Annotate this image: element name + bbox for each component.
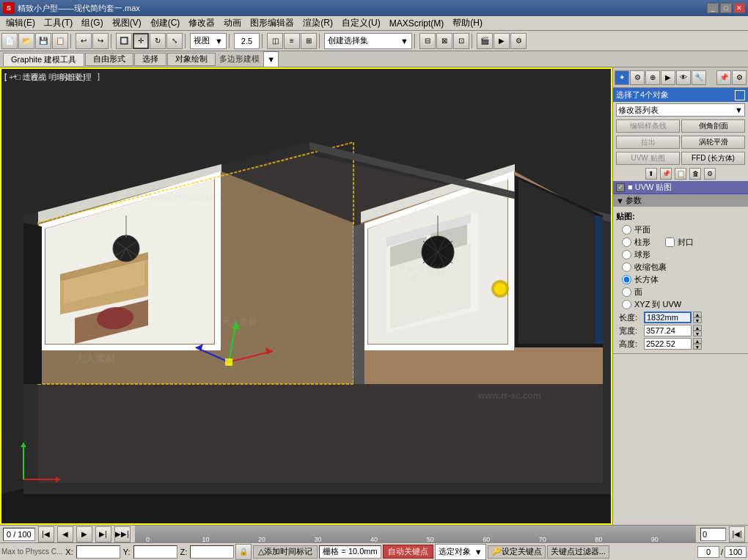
nav-copy-button[interactable]: 📋 — [675, 168, 686, 180]
radio-xyz-input[interactable] — [622, 300, 631, 309]
nav-pin-button[interactable]: 📌 — [660, 168, 672, 180]
viewport-perspective[interactable]: □ 透视 — [23, 72, 47, 83]
ffd-button[interactable]: FFD (长方体) — [681, 152, 745, 165]
play-button[interactable]: ▶ — [76, 526, 92, 542]
width-spin-down[interactable]: ▼ — [693, 331, 702, 336]
end-frame-button[interactable]: |◀| — [729, 526, 745, 542]
pin-panel-icon[interactable]: 📌 — [716, 70, 731, 85]
menu-modifier[interactable]: 修改器 — [184, 16, 219, 30]
menu-create[interactable]: 创建(C) — [146, 16, 185, 30]
menu-group[interactable]: 组(G) — [77, 16, 107, 30]
next-key-button[interactable]: ▶▶| — [114, 526, 131, 542]
prev-key-button[interactable]: |◀ — [38, 526, 54, 542]
params-sub-header[interactable]: ▼ 参数 — [613, 194, 748, 207]
modify-panel-icon[interactable]: ⚙ — [630, 70, 645, 85]
next-frame-button[interactable]: ▶| — [95, 526, 111, 542]
tab-freeform[interactable]: 自由形式 — [85, 53, 133, 66]
radio-box-input[interactable] — [622, 275, 631, 284]
menu-custom[interactable]: 自定义(U) — [337, 16, 385, 30]
turbosmooth-button[interactable]: 涡轮平滑 — [681, 136, 745, 149]
y-input[interactable] — [133, 545, 177, 559]
prev-frame-button[interactable]: ◀ — [57, 526, 73, 542]
nav-trash-button[interactable]: 🗑 — [689, 168, 701, 180]
z-input[interactable] — [190, 545, 234, 559]
align-button[interactable]: ≡ — [284, 33, 300, 49]
frame-right-input[interactable] — [697, 546, 719, 558]
menu-render[interactable]: 渲染(R) — [298, 16, 337, 30]
viewport[interactable]: [ + □ 透视 □ 明暗处理 ] TOP — [0, 67, 612, 525]
scale-button[interactable]: ⤡ — [166, 33, 183, 49]
chamfer-button[interactable]: 倒角剖面 — [681, 119, 745, 133]
radio-box[interactable]: 长方体 — [616, 273, 745, 286]
height-input[interactable] — [644, 338, 692, 350]
menu-view[interactable]: 视图(V) — [108, 16, 146, 30]
redo-button[interactable]: ↪ — [92, 33, 109, 49]
layer3-button[interactable]: ⊡ — [453, 33, 469, 49]
radio-flat[interactable]: 平面 — [616, 224, 745, 236]
modifier-list-dropdown[interactable]: 修改器列表 ▼ — [616, 103, 745, 117]
menu-maxscript[interactable]: MAXScript(M) — [385, 18, 449, 29]
menu-tools[interactable]: 工具(T) — [40, 16, 77, 30]
frame-end-input[interactable] — [725, 546, 747, 558]
radio-flat-input[interactable] — [622, 225, 631, 235]
radio-shrink-input[interactable] — [622, 262, 631, 272]
size-input[interactable] — [234, 33, 260, 49]
timeline[interactable]: 0 10 20 30 40 50 60 70 80 90 — [135, 526, 696, 543]
menu-graph-editor[interactable]: 图形编辑器 — [246, 16, 298, 30]
motion-panel-icon[interactable]: ▶ — [661, 70, 675, 85]
configure-panel-icon[interactable]: ⚙ — [732, 70, 747, 85]
hierarchy-panel-icon[interactable]: ⊕ — [645, 70, 660, 85]
uvw-map-button[interactable]: UVW 贴图 — [616, 152, 680, 165]
menu-animation[interactable]: 动画 — [219, 16, 246, 30]
add-time-tag-button[interactable]: △ 添加时间标记 — [253, 545, 318, 559]
align2-button[interactable]: ⊞ — [301, 33, 317, 49]
selection-set-dropdown[interactable]: 创建选择集 ▼ — [324, 33, 412, 49]
select-obj-dropdown[interactable]: 选定对象 ▼ — [435, 544, 486, 560]
seal-checkbox[interactable] — [665, 237, 675, 247]
uvw-modifier-entry[interactable]: ✓ ■ UVW 贴图 — [613, 181, 748, 194]
nav-configure-button[interactable]: ⚙ — [704, 168, 716, 180]
radio-cylinder-input[interactable] — [622, 237, 631, 247]
open-button[interactable]: 📂 — [18, 33, 34, 49]
save-button[interactable]: 💾 — [35, 33, 51, 49]
set-key-button[interactable]: 🔑 设定关键点 — [488, 545, 546, 559]
minimize-button[interactable]: _ — [707, 3, 719, 13]
display-panel-icon[interactable]: 👁 — [676, 70, 691, 85]
mod-checkbox[interactable]: ✓ — [616, 183, 625, 192]
lock-button[interactable]: 🔒 — [235, 544, 252, 560]
tab-paint[interactable]: 对象绘制 — [167, 53, 216, 66]
radio-xyz[interactable]: XYZ 到 UVW — [616, 298, 745, 311]
viewport-shading[interactable]: □ 明暗处理 — [52, 72, 92, 83]
frame-input[interactable] — [700, 528, 726, 541]
layer-button[interactable]: ⊟ — [419, 33, 436, 49]
view-dropdown[interactable]: 视图 ▼ — [190, 33, 227, 49]
render2-button[interactable]: ▶ — [494, 33, 510, 49]
close-button[interactable]: ✕ — [733, 3, 745, 13]
mirror-button[interactable]: ◫ — [267, 33, 283, 49]
maximize-button[interactable]: □ — [720, 3, 732, 13]
edit-seams-button[interactable]: 编辑样条线 — [616, 119, 680, 133]
radio-cylinder[interactable]: 柱形 — [616, 236, 656, 248]
color-swatch[interactable] — [735, 90, 745, 100]
viewport-plus[interactable]: [ — [4, 72, 7, 83]
height-spin-up[interactable]: ▲ — [693, 338, 702, 344]
menu-help[interactable]: 帮助(H) — [448, 16, 487, 30]
filter-button[interactable]: 关键点过滤器... — [547, 545, 609, 559]
tab-select[interactable]: 选择 — [134, 53, 166, 66]
layer2-button[interactable]: ⊠ — [436, 33, 452, 49]
radio-face-input[interactable] — [622, 287, 631, 297]
radio-face[interactable]: 面 — [616, 286, 745, 298]
radio-sphere-input[interactable] — [622, 250, 631, 259]
length-spin-down[interactable]: ▼ — [693, 317, 702, 323]
rotate-button[interactable]: ↻ — [150, 33, 166, 49]
seal-checkbox-row[interactable]: 封口 — [662, 236, 697, 248]
extrude-button[interactable]: 拉出 — [616, 136, 680, 149]
tab-graphite[interactable]: Graphite 建模工具 — [3, 53, 84, 66]
render-button[interactable]: 🎬 — [477, 33, 493, 49]
height-spin-down[interactable]: ▼ — [693, 344, 702, 350]
length-spin-up[interactable]: ▲ — [693, 312, 702, 317]
undo-button[interactable]: ↩ — [76, 33, 92, 49]
radio-shrink[interactable]: 收缩包裹 — [616, 261, 745, 273]
save-as-button[interactable]: 📋 — [52, 33, 68, 49]
radio-sphere[interactable]: 球形 — [616, 248, 745, 261]
